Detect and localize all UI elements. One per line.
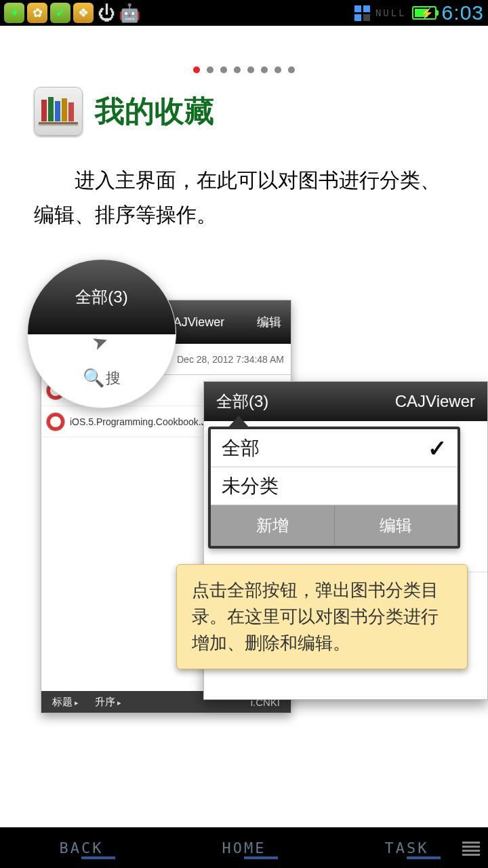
pager-dot[interactable] (234, 66, 241, 73)
status-clock: 6:03 (442, 1, 484, 24)
pager-dot[interactable] (288, 66, 295, 73)
all-categories-button-zoomed: 全部(3) (75, 286, 127, 308)
search-placeholder-zoomed: 搜 (106, 368, 121, 389)
app-title: CAJViewer (395, 392, 475, 411)
intro-description: 进入主界面，在此可以对图书进行分类、编辑、排序等操作。 (34, 163, 454, 232)
edit-button-label: 编辑 (257, 314, 281, 330)
back-button[interactable]: BACK (56, 837, 108, 859)
page-title: 我的收藏 (95, 92, 214, 132)
menu-item-all: 全部 ✓ (211, 429, 458, 467)
timestamp-label: Dec 28, 2012 7:34:48 AM (177, 354, 284, 365)
android-status-bar: ✦ ✿ ✔ ❖ ⏻ 🤖 NULL ⚡ 6:03 (0, 0, 488, 26)
home-button[interactable]: HOME (218, 837, 270, 859)
pager-dot[interactable] (207, 66, 214, 73)
tutorial-tooltip: 点击全部按钮，弹出图书分类目录。在这里可以对图书分类进行增加、删除和编辑。 (176, 564, 468, 669)
pager-dot[interactable] (274, 66, 281, 73)
menu-item-uncategorized: 未分类 (211, 467, 458, 505)
page-indicator[interactable] (34, 66, 454, 73)
menu-action-add: 新增 (211, 505, 335, 546)
footer-title-sort: 标题 (52, 696, 79, 709)
search-icon: 🔍 (83, 368, 104, 389)
android-robot-icon: 🤖 (119, 3, 140, 23)
signal-grid-icon (354, 5, 370, 21)
pager-dot[interactable] (220, 66, 227, 73)
battery-charging-icon: ⚡ (412, 6, 436, 20)
dropdown-arrow-icon (228, 416, 249, 428)
menu-action-edit: 编辑 (335, 505, 458, 546)
system-nav-bar: BACK HOME TASK (0, 827, 488, 868)
bookshelf-icon (34, 87, 83, 136)
pager-dot[interactable] (247, 66, 254, 73)
power-icon: ⏻ (96, 3, 117, 23)
status-app-icon-3: ✔ (50, 3, 70, 23)
pager-dot[interactable] (193, 66, 200, 73)
task-button[interactable]: TASK (381, 837, 433, 859)
menu-item-label: 未分类 (222, 473, 279, 499)
pdf-icon (47, 413, 64, 431)
footer-order-sort: 升序 (95, 696, 121, 709)
status-app-icon-1: ✦ (4, 3, 24, 23)
tutorial-mockup: CAJViewer 编辑 Dec 28, 2012 7:34:48 AM iOS… (34, 279, 454, 734)
status-app-icon-4: ❖ (73, 3, 94, 23)
all-categories-button: 全部(3) (216, 391, 268, 412)
pager-dot[interactable] (261, 66, 268, 73)
carrier-null-label: NULL (375, 7, 407, 18)
status-app-icon-2: ✿ (27, 3, 47, 23)
category-dropdown-menu: 全部 ✓ 未分类 新增 编辑 (208, 427, 460, 549)
menu-item-label: 全部 (222, 435, 260, 461)
magnifier-callout: 全部(3) ➤ 🔍 搜 (27, 259, 176, 408)
menu-icon[interactable] (462, 842, 480, 856)
checkmark-icon: ✓ (428, 435, 447, 462)
